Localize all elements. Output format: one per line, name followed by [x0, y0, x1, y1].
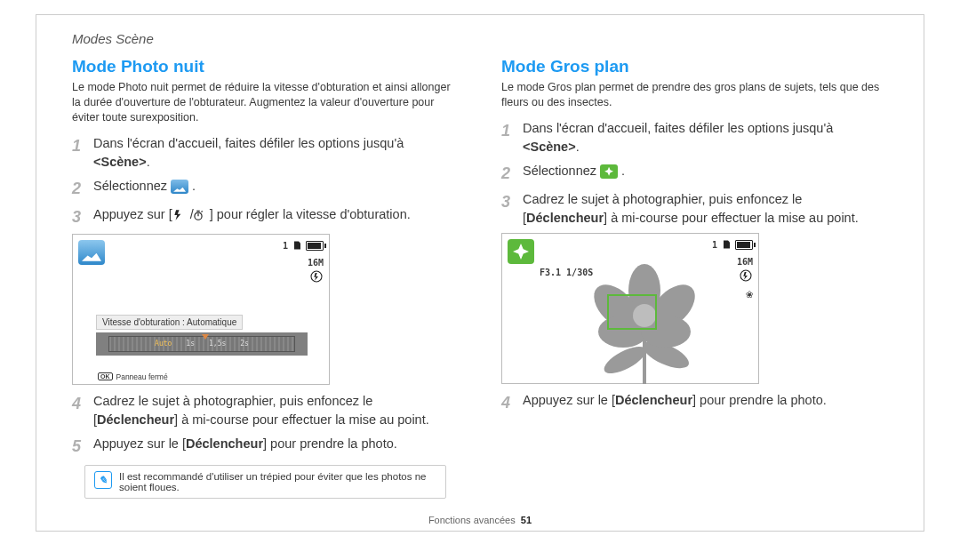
ruler-tick-auto: Auto	[155, 340, 172, 348]
section-night-photo: Mode Photo nuit Le mode Photo nuit perme…	[72, 57, 459, 499]
flash-off-icon	[308, 269, 324, 285]
step-text: Cadrez le sujet à photographier, puis en…	[93, 392, 459, 429]
tip-text: Il est recommandé d'utiliser un trépied …	[119, 471, 436, 492]
lcd-preview-night: 1 16M Vitesse d'obturation : Automatique…	[72, 234, 330, 385]
step-number: 2	[72, 177, 86, 200]
step-number: 3	[72, 205, 86, 228]
memory-card-icon	[721, 239, 732, 252]
step-text: Cadrez le sujet à photographier, puis en…	[523, 190, 888, 228]
ruler-tick-1s: 1s	[186, 340, 195, 348]
battery-icon	[735, 240, 753, 250]
flash-icon	[172, 208, 190, 222]
page-number: 51	[521, 515, 532, 525]
resolution-label: 16M	[308, 258, 324, 268]
macro-scene-badge-icon	[508, 239, 534, 264]
step-text: Sélectionnez .	[523, 162, 888, 185]
shots-remaining: 1	[283, 241, 288, 251]
shutter-speed-slider[interactable]: Auto 1s 1,5s 2s	[96, 332, 308, 356]
section-description: Le mode Photo nuit permet de réduire la …	[72, 80, 459, 125]
step-text: Dans l'écran d'accueil, faites défiler l…	[523, 119, 888, 156]
step-number: 4	[72, 392, 86, 429]
flash-off-icon	[737, 268, 753, 284]
shutter-speed-label: Vitesse d'obturation : Automatique	[96, 315, 243, 330]
ruler-tick-1-5s: 1,5s	[209, 340, 226, 348]
section-macro: Mode Gros plan Le mode Gros plan permet …	[501, 57, 888, 499]
step-text: Appuyez sur le [Déclencheur] pour prendr…	[523, 391, 888, 414]
step-text: Appuyez sur [/] pour régler la vitesse d…	[93, 205, 459, 228]
lcd-preview-macro: F3.1 1/30S 1 16M ❀	[501, 233, 759, 384]
ruler-tick-2s: 2s	[240, 340, 249, 348]
step-text: Appuyez sur le [Déclencheur] pour prendr…	[93, 435, 459, 458]
breadcrumb: Modes Scène	[72, 31, 888, 46]
step-number: 5	[72, 435, 86, 458]
ok-button-icon: OK	[98, 372, 113, 380]
resolution-label: 16M	[737, 257, 753, 267]
battery-icon	[306, 241, 324, 251]
step-number: 3	[501, 190, 516, 228]
tip-box: ✎ Il est recommandé d'utiliser un trépie…	[84, 465, 446, 499]
focus-rectangle	[607, 294, 657, 330]
night-scene-icon	[171, 180, 188, 194]
section-title: Mode Photo nuit	[72, 57, 459, 76]
night-scene-badge-icon	[78, 240, 105, 265]
section-title: Mode Gros plan	[501, 57, 888, 76]
page-footer: Fonctions avancées 51	[36, 515, 924, 525]
step-number: 2	[501, 162, 516, 185]
panel-closed-label: Panneau fermé	[116, 372, 168, 381]
step-number: 1	[501, 119, 516, 156]
macro-scene-icon	[600, 164, 618, 179]
footer-section-label: Fonctions avancées	[428, 515, 516, 525]
section-description: Le mode Gros plan permet de prendre des …	[501, 80, 888, 110]
macro-focus-icon: ❀	[737, 287, 753, 300]
step-text: Dans l'écran d'accueil, faites défiler l…	[93, 134, 459, 172]
note-icon: ✎	[94, 471, 112, 489]
step-text: Sélectionnez .	[93, 177, 459, 200]
step-number: 1	[72, 134, 86, 172]
memory-card-icon	[292, 240, 302, 252]
timer-icon	[192, 208, 210, 222]
step-number: 4	[501, 391, 516, 414]
manual-page: Modes Scène Mode Photo nuit Le mode Phot…	[36, 14, 924, 532]
shots-remaining: 1	[712, 240, 717, 250]
